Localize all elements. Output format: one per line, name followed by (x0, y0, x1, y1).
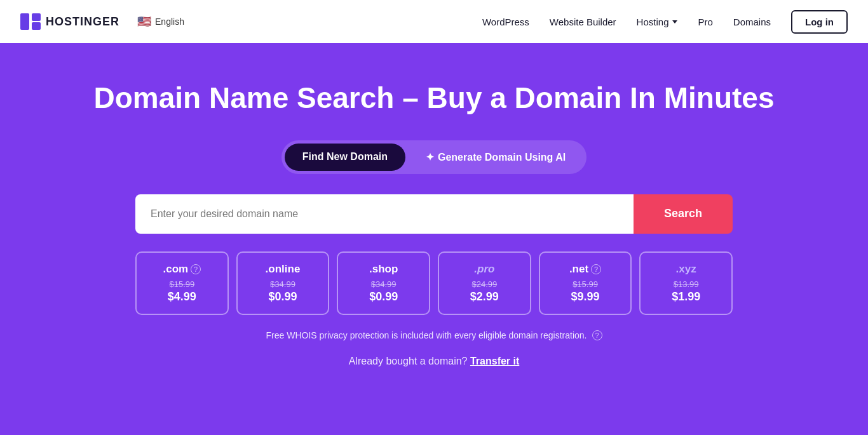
domain-tabs: Find New Domain ✦Generate Domain Using A… (281, 140, 587, 174)
main-content: Domain Name Search – Buy a Domain In Min… (0, 43, 868, 405)
transfer-link[interactable]: Transfer it (470, 356, 519, 366)
logo-link[interactable]: HOSTINGER (20, 13, 119, 30)
svg-rect-1 (32, 13, 41, 21)
svg-rect-0 (20, 13, 29, 30)
nav-domains[interactable]: Domains (733, 17, 771, 27)
domain-old-price-net: $15.99 (573, 279, 598, 289)
nav-website-builder[interactable]: Website Builder (550, 17, 616, 27)
domain-new-price-online: $0.99 (268, 290, 297, 304)
domain-new-price-net: $9.99 (571, 290, 599, 304)
domain-ext-xyz: .xyz (676, 263, 696, 276)
tab-generate-ai[interactable]: ✦Generate Domain Using AI (408, 144, 583, 171)
domain-ext-shop: .shop (369, 263, 398, 276)
search-button[interactable]: Search (634, 194, 733, 234)
domain-new-price-com: $4.99 (168, 290, 196, 304)
domain-new-price-pro: $2.99 (470, 290, 499, 304)
domain-old-price-pro: $24.99 (471, 279, 497, 289)
logo-text: HOSTINGER (46, 15, 119, 29)
domain-ext-net: .net (569, 263, 588, 276)
chevron-down-icon (672, 20, 677, 23)
language-selector[interactable]: 🇺🇸 English (137, 15, 184, 29)
domain-card-com[interactable]: .com ? $15.99 $4.99 (135, 251, 229, 315)
whois-info-icon[interactable]: ? (592, 330, 602, 340)
search-row: Search (135, 194, 733, 234)
domain-old-price-com: $15.99 (169, 279, 194, 289)
login-button[interactable]: Log in (791, 10, 848, 34)
domain-card-xyz[interactable]: .xyz $13.99 $1.99 (639, 251, 733, 315)
domain-old-price-xyz: $13.99 (674, 279, 699, 289)
domain-card-shop[interactable]: .shop $34.99 $0.99 (337, 251, 430, 315)
domain-search-input[interactable] (135, 194, 634, 234)
transfer-row: Already bought a domain? Transfer it (349, 356, 520, 367)
domain-ext-online: .online (266, 263, 301, 276)
domain-new-price-shop: $0.99 (369, 290, 398, 304)
nav-pro[interactable]: Pro (698, 17, 712, 27)
flag-icon: 🇺🇸 (137, 15, 151, 29)
domain-new-price-xyz: $1.99 (672, 290, 700, 304)
domain-cards: .com ? $15.99 $4.99 .online $34.99 $0.99… (135, 251, 733, 315)
navbar: HOSTINGER 🇺🇸 English WordPress Website B… (0, 0, 868, 43)
nav-hosting[interactable]: Hosting (637, 17, 678, 27)
nav-links: WordPress Website Builder Hosting Pro Do… (482, 10, 848, 34)
domain-ext-pro: .pro (474, 263, 494, 276)
nav-wordpress[interactable]: WordPress (482, 17, 529, 27)
domain-old-price-shop: $34.99 (371, 279, 397, 289)
domain-ext-com: .com (163, 263, 188, 276)
domain-card-pro[interactable]: .pro $24.99 $2.99 (438, 251, 531, 315)
info-icon-com[interactable]: ? (191, 264, 201, 274)
domain-card-online[interactable]: .online $34.99 $0.99 (236, 251, 330, 315)
whois-notice: Free WHOIS privacy protection is include… (266, 330, 602, 340)
tab-find-new-domain[interactable]: Find New Domain (285, 144, 405, 171)
transfer-text: Already bought a domain? (349, 356, 468, 366)
sparkle-icon: ✦ (426, 152, 434, 163)
domain-old-price-online: $34.99 (270, 279, 295, 289)
logo-icon (20, 13, 41, 30)
hero-title: Domain Name Search – Buy a Domain In Min… (93, 81, 774, 115)
language-label: English (155, 17, 184, 27)
domain-card-net[interactable]: .net ? $15.99 $9.99 (539, 251, 632, 315)
info-icon-net[interactable]: ? (591, 264, 601, 274)
svg-rect-2 (32, 22, 41, 30)
